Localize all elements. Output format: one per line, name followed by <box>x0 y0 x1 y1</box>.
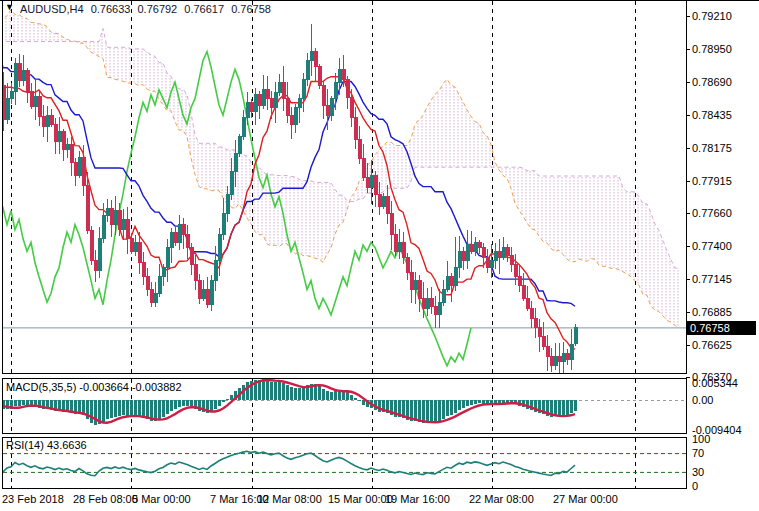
time-axis-label: 15 Mar 00:00 <box>328 493 393 505</box>
trading-chart-window: ▼ AUDUSD,H4 0.76633 0.76792 0.76617 0.76… <box>0 0 759 511</box>
bid-price-tag: 0.76758 <box>687 321 756 335</box>
price-axis-label: 0.78690 <box>692 76 732 88</box>
time-axis-label: 28 Feb 08:00 <box>73 493 138 505</box>
price-axis-label: 0.78950 <box>692 43 732 55</box>
macd-axis-label: 0.00 <box>692 394 713 406</box>
time-axis-label: 22 Mar 08:00 <box>469 493 534 505</box>
price-axis-label: 0.79210 <box>692 10 732 22</box>
price-axis-label: 0.76885 <box>692 306 732 318</box>
macd-axis-label: 0.005344 <box>692 377 738 389</box>
price-axis-label: 0.77915 <box>692 175 732 187</box>
time-axis-label: 23 Feb 2018 <box>2 493 64 505</box>
price-axis-label: 0.77145 <box>692 273 732 285</box>
price-axis-label: 0.78175 <box>692 142 732 154</box>
candlestick-chart-canvas[interactable] <box>0 0 759 511</box>
price-axis-label: 0.77400 <box>692 240 732 252</box>
time-axis-label: 19 Mar 16:00 <box>385 493 450 505</box>
price-axis-label: 0.76625 <box>692 339 732 351</box>
time-axis-label: 27 Mar 00:00 <box>553 493 618 505</box>
time-axis-label: 12 Mar 08:00 <box>257 493 322 505</box>
rsi-axis-label: 30 <box>692 466 704 478</box>
rsi-axis-label: 100 <box>692 433 710 445</box>
time-axis-label: 5 Mar 00:00 <box>132 493 191 505</box>
rsi-axis-label: 70 <box>692 447 704 459</box>
price-axis-label: 0.77660 <box>692 207 732 219</box>
chart-symbol-marker-icon[interactable]: ▼ <box>5 2 14 12</box>
rsi-axis-label: 0 <box>692 480 698 492</box>
price-axis-label: 0.78435 <box>692 109 732 121</box>
